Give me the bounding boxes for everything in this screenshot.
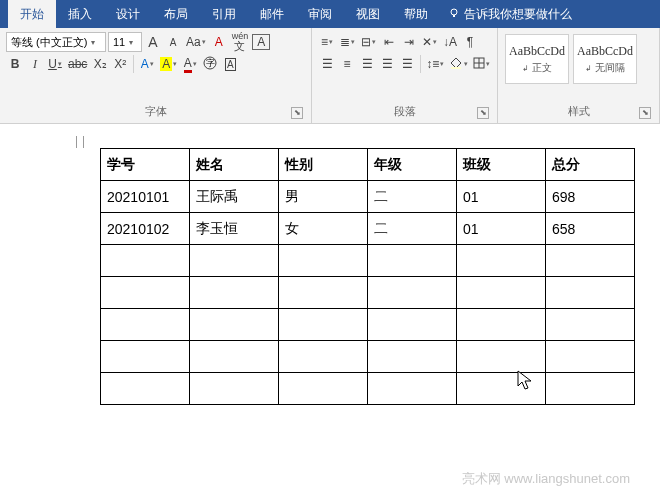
bullets-button[interactable]: ≡▾ — [318, 32, 336, 52]
tab-home[interactable]: 开始 — [8, 0, 56, 29]
table-cell[interactable] — [101, 341, 190, 373]
asian-layout-button[interactable]: ✕▾ — [420, 32, 439, 52]
bold-button[interactable]: B — [6, 54, 24, 74]
change-case-button[interactable]: Aa▾ — [184, 32, 208, 52]
table-cell[interactable] — [546, 309, 635, 341]
table-cell[interactable] — [457, 341, 546, 373]
superscript-button[interactable]: X² — [111, 54, 129, 74]
underline-button[interactable]: U▾ — [46, 54, 64, 74]
font-name-select[interactable]: 等线 (中文正文)▾ — [6, 32, 106, 52]
tab-view[interactable]: 视图 — [344, 0, 392, 29]
style-normal[interactable]: AaBbCcDd 正文 — [505, 34, 569, 84]
table-header-cell[interactable]: 性别 — [279, 149, 368, 181]
table-cell[interactable] — [457, 277, 546, 309]
multilevel-button[interactable]: ⊟▾ — [359, 32, 378, 52]
text-effects-button[interactable]: A▾ — [138, 54, 156, 74]
table-cell[interactable] — [457, 309, 546, 341]
style-nospacing[interactable]: AaBbCcDd 无间隔 — [573, 34, 637, 84]
table-cell[interactable]: 01 — [457, 213, 546, 245]
table-cell[interactable] — [368, 373, 457, 405]
table-header-cell[interactable]: 姓名 — [190, 149, 279, 181]
highlight-button[interactable]: A▾ — [158, 54, 179, 74]
font-dialog-launcher[interactable]: ⬊ — [291, 107, 303, 119]
shading-button[interactable]: ▾ — [448, 54, 470, 74]
table-cell[interactable]: 658 — [546, 213, 635, 245]
decrease-indent-button[interactable]: ⇤ — [380, 32, 398, 52]
tab-insert[interactable]: 插入 — [56, 0, 104, 29]
tab-design[interactable]: 设计 — [104, 0, 152, 29]
table-cell[interactable] — [190, 341, 279, 373]
table-cell[interactable] — [190, 277, 279, 309]
distributed-button[interactable]: ☰ — [398, 54, 416, 74]
line-spacing-button[interactable]: ↕≡▾ — [425, 54, 446, 74]
table-cell[interactable] — [279, 341, 368, 373]
table-header-cell[interactable]: 学号 — [101, 149, 190, 181]
document-table[interactable]: 学号姓名性别年级班级总分20210101王际禹男二0169820210102李玉… — [100, 148, 635, 405]
table-cell[interactable]: 20210101 — [101, 181, 190, 213]
table-cell[interactable] — [101, 277, 190, 309]
char-border-button[interactable]: A — [252, 34, 270, 50]
table-cell[interactable]: 王际禹 — [190, 181, 279, 213]
table-cell[interactable] — [190, 373, 279, 405]
table-cell[interactable]: 女 — [279, 213, 368, 245]
table-cell[interactable] — [546, 373, 635, 405]
table-cell[interactable] — [368, 245, 457, 277]
increase-indent-button[interactable]: ⇥ — [400, 32, 418, 52]
align-right-button[interactable]: ☰ — [358, 54, 376, 74]
tab-help[interactable]: 帮助 — [392, 0, 440, 29]
table-cell[interactable] — [101, 309, 190, 341]
table-cell[interactable] — [101, 245, 190, 277]
table-cell[interactable] — [546, 341, 635, 373]
tab-review[interactable]: 审阅 — [296, 0, 344, 29]
table-cell[interactable] — [279, 309, 368, 341]
table-cell[interactable]: 二 — [368, 213, 457, 245]
document-area[interactable]: 学号姓名性别年级班级总分20210101王际禹男二0169820210102李玉… — [0, 124, 660, 405]
phonetic-guide-button[interactable]: wén文 — [230, 32, 251, 52]
clear-format-button[interactable]: A — [210, 32, 228, 52]
table-cell[interactable] — [190, 309, 279, 341]
table-cell[interactable] — [457, 245, 546, 277]
italic-button[interactable]: I — [26, 54, 44, 74]
borders-button[interactable]: ▾ — [471, 54, 491, 74]
table-cell[interactable] — [101, 373, 190, 405]
char-shading-button[interactable]: 字 — [201, 54, 219, 74]
table-cell[interactable] — [457, 373, 546, 405]
table-cell[interactable] — [546, 277, 635, 309]
tab-layout[interactable]: 布局 — [152, 0, 200, 29]
table-header-cell[interactable]: 班级 — [457, 149, 546, 181]
align-left-button[interactable]: ☰ — [318, 54, 336, 74]
table-cell[interactable] — [279, 373, 368, 405]
sort-button[interactable]: ↓A — [441, 32, 459, 52]
table-cell[interactable] — [546, 245, 635, 277]
font-color-button[interactable]: A▾ — [181, 54, 199, 74]
table-cell[interactable] — [368, 341, 457, 373]
table-cell[interactable]: 二 — [368, 181, 457, 213]
align-justify-button[interactable]: ☰ — [378, 54, 396, 74]
table-cell[interactable] — [368, 277, 457, 309]
enclose-char-button[interactable]: A — [221, 54, 239, 74]
tell-me-search[interactable]: 告诉我你想要做什么 — [448, 6, 572, 23]
strikethrough-button[interactable]: abc — [66, 54, 89, 74]
table-cell[interactable] — [190, 245, 279, 277]
table-cell[interactable] — [368, 309, 457, 341]
paragraph-dialog-launcher[interactable]: ⬊ — [477, 107, 489, 119]
table-cell[interactable] — [279, 277, 368, 309]
subscript-button[interactable]: X₂ — [91, 54, 109, 74]
ruler-indent-marker[interactable] — [76, 136, 84, 148]
table-cell[interactable]: 男 — [279, 181, 368, 213]
table-cell[interactable]: 20210102 — [101, 213, 190, 245]
show-marks-button[interactable]: ¶ — [461, 32, 479, 52]
grow-font-button[interactable]: A — [144, 32, 162, 52]
align-center-button[interactable]: ≡ — [338, 54, 356, 74]
shrink-font-button[interactable]: A — [164, 32, 182, 52]
table-cell[interactable] — [279, 245, 368, 277]
tab-references[interactable]: 引用 — [200, 0, 248, 29]
table-cell[interactable]: 李玉恒 — [190, 213, 279, 245]
table-cell[interactable]: 698 — [546, 181, 635, 213]
styles-dialog-launcher[interactable]: ⬊ — [639, 107, 651, 119]
table-cell[interactable]: 01 — [457, 181, 546, 213]
table-header-cell[interactable]: 年级 — [368, 149, 457, 181]
font-size-select[interactable]: 11▾ — [108, 32, 142, 52]
tab-mailings[interactable]: 邮件 — [248, 0, 296, 29]
table-header-cell[interactable]: 总分 — [546, 149, 635, 181]
